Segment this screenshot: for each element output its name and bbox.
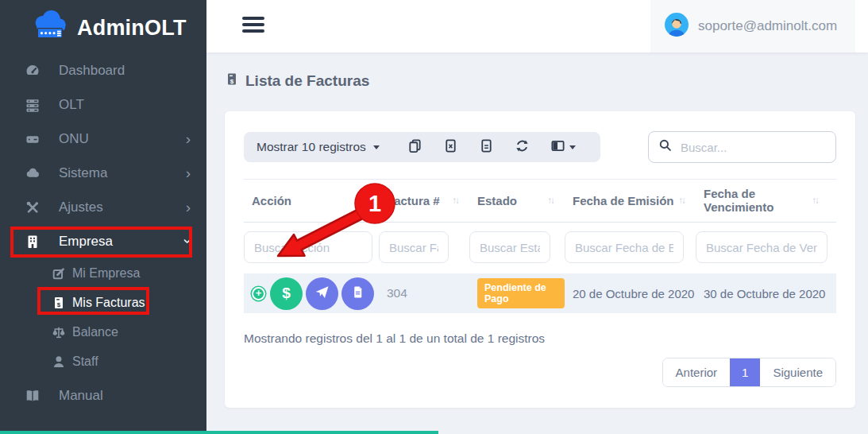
table-row: + $ 304 Pendiente de Pago [244,273,836,313]
sort-icon[interactable]: ↑↓ [548,196,554,205]
filter-factura-input[interactable] [379,231,449,263]
datatable-toolbar: Mostrar 10 registros [244,132,600,162]
svg-text:$: $ [57,301,61,308]
sidebar-item-sistema[interactable]: Sistema › [0,156,206,190]
sidebar-subitem-label: Staff [72,355,98,369]
refresh-button[interactable] [515,138,530,156]
sidebar-item-label: Dashboard [59,63,125,79]
pagination-previous-button[interactable]: Anterior [663,358,731,386]
column-visibility-button[interactable] [550,138,576,156]
sidebar-item-label: Empresa [59,234,113,250]
column-header-factura[interactable]: Factura # ↑↓ [379,187,469,214]
user-email: soporte@adminolt.com [698,18,837,34]
gauge-icon [24,63,41,79]
sidebar-subitem-mis-facturas[interactable]: $ Mis Facturas [0,288,206,317]
chevron-right-icon: › [186,200,191,215]
dollar-icon: $ [282,285,291,302]
server-icon [24,97,41,113]
search-icon [658,138,673,156]
page-title-text: Lista de Facturas [245,72,369,90]
facturas-card: Mostrar 10 registros [225,111,855,408]
pagination-next-button[interactable]: Siguiente [760,358,835,386]
column-header-estado[interactable]: Estado ↑↓ [469,187,565,214]
send-invoice-button[interactable] [306,277,338,310]
cell-estado: Pendiente de Pago [469,278,565,308]
column-header-fecha-vencimiento[interactable]: Fecha de Vencimiento ↑↓ [696,187,829,214]
columns-icon [550,138,565,156]
sidebar-item-dashboard[interactable]: Dashboard [0,53,206,87]
column-header-fecha-emision[interactable]: Fecha de Emisión ↑↓ [565,187,696,214]
user-icon [51,355,67,369]
invoice-icon: $ [225,72,239,91]
brand[interactable]: AdminOLT [0,0,206,53]
filter-estado-input[interactable] [469,231,550,263]
sidebar-item-manual[interactable]: Manual [0,378,206,413]
sidebar-subitem-mi-empresa[interactable]: Mi Empresa [0,258,206,288]
page-title: $ Lista de Facturas [225,72,855,91]
expand-plus-icon[interactable]: + [252,287,265,300]
sidebar-nav: Dashboard OLT ONU › Sistema › [0,53,206,413]
tools-icon [24,200,41,215]
sidebar-item-label: Ajustes [59,200,103,215]
file-icon [479,138,494,156]
sidebar-item-ajustes[interactable]: Ajustes › [0,190,206,224]
brand-name: AdminOLT [77,16,187,41]
filter-accion-input[interactable] [244,231,372,263]
svg-text:$: $ [230,78,234,85]
sidebar-subitem-staff[interactable]: Staff [0,347,206,376]
user-avatar [665,13,689,40]
cell-factura: 304 [379,286,469,300]
sidebar-item-empresa[interactable]: Empresa › [0,224,206,258]
search-box [648,131,836,163]
filter-fecha-emision-input[interactable] [565,231,684,263]
length-select[interactable]: Mostrar 10 registros [257,140,380,154]
building-icon [24,234,41,250]
cell-fecha-vencimiento: 30 de Octubre de 2020 [696,287,829,300]
menu-toggle-button[interactable] [242,17,264,33]
invoice-icon: $ [51,296,67,310]
search-input[interactable] [681,141,826,154]
status-badge: Pendiente de Pago [477,278,565,308]
device-icon [24,131,41,147]
cloud-icon [24,165,41,181]
refresh-icon [515,138,530,156]
balance-icon [51,325,67,339]
main-content: $ Lista de Facturas Mostrar 10 registros [206,52,868,434]
sort-icon[interactable]: ↑↓ [679,196,685,205]
sidebar-item-olt[interactable]: OLT [0,87,206,122]
sidebar-item-label: Sistema [59,165,107,181]
copy-button[interactable] [407,138,422,156]
length-select-label: Mostrar 10 registros [257,140,366,154]
sort-icon[interactable]: ↑↓ [812,196,819,205]
sidebar: AdminOLT Dashboard OLT ONU › [0,0,206,434]
sidebar-item-label: OLT [59,97,84,113]
pay-dollar-button[interactable]: $ [270,277,303,310]
caret-down-icon [569,145,576,149]
sidebar-item-onu[interactable]: ONU › [0,122,206,156]
pdf-file-icon [350,285,365,302]
sidebar-subitem-label: Balance [72,325,118,339]
cloud-olt-logo-icon [29,10,70,45]
sort-icon[interactable]: ↑↓ [453,196,459,205]
sort-icon[interactable]: ↑↓ [362,196,368,205]
app-window: AdminOLT Dashboard OLT ONU › [0,0,868,434]
pdf-export-button[interactable] [479,138,494,156]
pagination-current-page[interactable]: 1 [730,358,760,386]
progress-strip [0,431,438,434]
sidebar-item-label: Manual [59,388,103,404]
sidebar-item-label: ONU [59,131,89,147]
edit-icon [51,266,67,281]
copy-icon [407,138,422,156]
column-header-accion[interactable]: Acción ↑↓ [244,187,379,214]
chevron-right-icon: › [186,165,191,180]
sidebar-subitem-balance[interactable]: Balance [0,317,206,347]
topbar: soporte@adminolt.com [206,0,868,52]
user-menu[interactable]: soporte@adminolt.com [650,0,855,52]
excel-export-button[interactable] [443,138,458,156]
table-filter-row [244,231,836,263]
filter-fecha-vencimiento-input[interactable] [696,231,827,263]
book-icon [24,388,41,404]
excel-icon [443,138,458,156]
download-pdf-button[interactable] [341,277,374,310]
cell-fecha-emision: 20 de Octubre de 2020 [565,287,696,300]
